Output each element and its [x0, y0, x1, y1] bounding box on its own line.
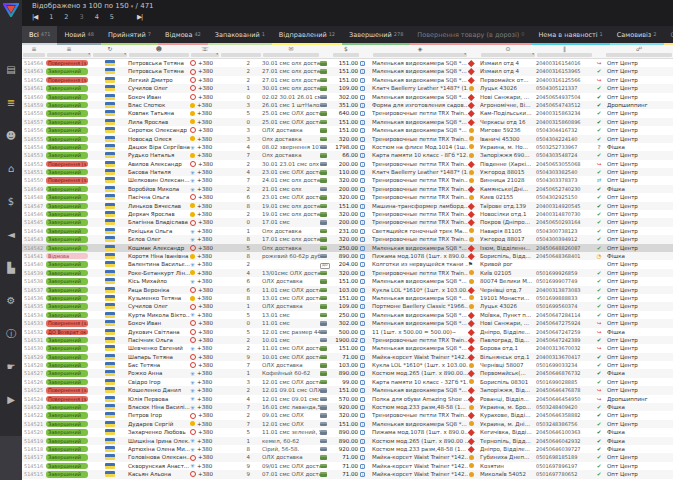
cell-phone[interactable]: +380	[190, 109, 220, 117]
orders-icon[interactable]: ≣	[0, 86, 22, 119]
cell-phone[interactable]: ✳+380	[190, 185, 220, 193]
table-row[interactable]: 514529ЗавершенийШапарь Тетяна+380910.01 …	[22, 353, 673, 361]
status-badge[interactable]: Завершений	[46, 261, 88, 267]
cell-phone[interactable]: +380	[190, 328, 220, 336]
cell-phone[interactable]: +380	[190, 193, 220, 201]
column-filter-input[interactable]	[537, 53, 592, 57]
tab-Відмова[interactable]: Відмова42	[158, 26, 208, 45]
status-badge[interactable]: Завершений	[46, 287, 88, 293]
page-number[interactable]: 4	[95, 13, 99, 21]
cell-phone[interactable]: ✳+380	[190, 445, 220, 453]
cell-phone[interactable]: +380	[190, 151, 220, 159]
cell-phone[interactable]: +380	[190, 470, 220, 478]
payout-icon[interactable]: ☛	[0, 350, 22, 383]
status-badge[interactable]: Завершений	[46, 186, 88, 192]
table-row[interactable]: 514539ЗавершенийРоке-Бетанкурт Лін...+38…	[22, 269, 673, 277]
table-row[interactable]: 514535ЗавершенийСучилов Олег+3801ОЛХ дос…	[22, 302, 673, 310]
table-row[interactable]: 514549ЗавершенийВоробйов Микола✳+380221.…	[22, 185, 673, 193]
cell-phone[interactable]: +380	[190, 59, 220, 67]
status-badge[interactable]: Повернення (з...	[46, 60, 88, 66]
status-badge[interactable]: Завершений	[46, 270, 88, 276]
sidebar-footer[interactable]	[0, 436, 22, 480]
status-badge[interactable]: Завершений	[46, 211, 88, 217]
marketing-icon[interactable]: ◄	[0, 218, 22, 251]
cell-phone[interactable]: +380	[190, 84, 220, 92]
cell-phone[interactable]: +380	[190, 76, 220, 84]
status-badge[interactable]: Завершений	[46, 463, 88, 469]
column-filter-input[interactable]	[129, 53, 189, 57]
cell-phone[interactable]: +380	[190, 202, 220, 210]
table-row[interactable]: 514560ЗавершенийБокоч Иван+380002.02 30.…	[22, 93, 673, 101]
table-row[interactable]: 514561ЗавершенийСучилов Олег+380130.01 с…	[22, 84, 673, 92]
table-row[interactable]: 514557ЗавершенийЛила Ярослав+380025.01 с…	[22, 118, 673, 126]
shown-range[interactable]: Відображено з 100 по 150 ▾ / 471	[32, 2, 154, 10]
app-logo-icon[interactable]	[3, 3, 19, 17]
cell-phone[interactable]: +380	[190, 67, 220, 75]
info-icon[interactable]: ⓘ	[0, 317, 22, 350]
page-number[interactable]: 1	[49, 13, 53, 21]
table-row[interactable]: 514563ЗавершенийПетровська Тетяна+380227…	[22, 67, 673, 75]
status-badge[interactable]: Повернення (з...	[46, 387, 88, 393]
cell-phone[interactable]: ✳+380	[190, 260, 220, 268]
page-number[interactable]: 2	[64, 13, 68, 21]
video-icon[interactable]: ▶	[0, 383, 22, 416]
table-row[interactable]: 514545ЗавершенийБлагінна Владіслава+3800…	[22, 218, 673, 226]
table-row[interactable]: 514543ЗавершенийБєлов Олег✳+380817.01 см…	[22, 235, 673, 243]
cell-phone[interactable]: ✳+380	[190, 369, 220, 377]
table-row[interactable]: 514540ЗавершенийВалентина Васильє...✳+38…	[22, 260, 673, 268]
status-badge[interactable]: Завершений	[46, 345, 88, 351]
status-badge[interactable]: Завершений	[46, 68, 88, 74]
cell-phone[interactable]: ✳+380	[190, 462, 220, 470]
table-row[interactable]: 514518ЗавершенийАртюхіна Олена Ми...✳+38…	[22, 445, 673, 453]
clients-icon[interactable]: ☻	[0, 119, 22, 152]
table-row[interactable]: 514556ЗавершенийСиротюк Олександр+3803ОЛ…	[22, 126, 673, 134]
table-row[interactable]: 514553ЗавершенийРудько Наталья+3807Олх д…	[22, 151, 673, 159]
table-row[interactable]: 514523ЗавершенийВласюк Ніна Василі...✳+3…	[22, 403, 673, 411]
status-badge[interactable]: Повернення (з...	[46, 396, 88, 402]
table-row[interactable]: 514515ЗавершенийКасьян Альона+380907.01 …	[22, 470, 673, 478]
table-row[interactable]: 514538ЗавершенийКісь Михайло✳+3806ОЛХ до…	[22, 277, 673, 285]
status-badge[interactable]: Повернення (з...	[46, 77, 88, 83]
tab-Завершений[interactable]: Завершений278	[342, 26, 410, 45]
cell-phone[interactable]: +380	[190, 210, 220, 218]
cell-phone[interactable]: +380	[190, 93, 220, 101]
cell-phone[interactable]: ✳+380	[190, 378, 220, 386]
tab-Сервіси[interactable]: Сервіси0	[664, 26, 673, 45]
cell-phone[interactable]: +380	[190, 336, 220, 344]
tab-Повернення товару (в дорозі)[interactable]: Повернення товару (в дорозі)0	[410, 26, 531, 45]
status-badge[interactable]: Завершений	[46, 194, 88, 200]
status-badge[interactable]: Завершений	[46, 228, 88, 234]
cell-phone[interactable]: ✳+380	[190, 403, 220, 411]
table-row[interactable]: 514531ЗавершенийПасічник Ольга+380210.01…	[22, 336, 673, 344]
status-badge[interactable]: Завершений	[46, 169, 88, 175]
table-row[interactable]: 514546ЗавершенийДеркач Ярослав+380219.01…	[22, 210, 673, 218]
tab-Всі[interactable]: Всі471	[22, 26, 57, 45]
cell-phone[interactable]: ✳+380	[190, 235, 220, 243]
cell-phone[interactable]: ✳+380	[190, 344, 220, 352]
tab-Відправлений[interactable]: Відправлений12	[272, 26, 342, 45]
status-badge[interactable]: Завершений	[46, 454, 88, 460]
status-badge[interactable]: Завершений	[46, 404, 88, 410]
cell-phone[interactable]: +380	[190, 118, 220, 126]
status-badge[interactable]: Завершений	[46, 337, 88, 343]
table-row[interactable]: 514519ЗавершенийШишкіна Ірина Олек...✳+3…	[22, 437, 673, 445]
status-badge[interactable]: Завершений	[46, 412, 88, 418]
status-badge[interactable]: Завершений	[46, 119, 88, 125]
status-badge[interactable]: Завершений	[46, 219, 88, 225]
status-badge[interactable]: Завершений	[46, 312, 88, 318]
status-badge[interactable]: Повернення (з...	[46, 320, 88, 326]
cell-phone[interactable]: ✳+380	[190, 176, 220, 184]
table-row[interactable]: 514530ЗавершенийШевченко Евгений✳+380211…	[22, 344, 673, 352]
table-row[interactable]: 514517ЗавершенийГоловінова Олексан...+38…	[22, 453, 673, 461]
dashboard-icon[interactable]: ▤	[0, 53, 22, 86]
column-filter-input[interactable]	[263, 53, 319, 57]
table-row[interactable]: 514554ЗавершенийДацюк Віра Сергіївна✳+38…	[22, 143, 673, 151]
cell-phone[interactable]: +380	[190, 319, 220, 327]
cell-phone[interactable]: +380	[190, 135, 220, 143]
table-row[interactable]: 514527ЗавершенийРожко Анна✳+3801Кофейный…	[22, 369, 673, 377]
table-row[interactable]: 514526ЗавершенийСвідро Ігор✳+380312.01 с…	[22, 378, 673, 386]
cell-phone[interactable]: +380	[190, 126, 220, 134]
status-badge[interactable]: Завершений	[46, 303, 88, 309]
status-badge[interactable]: Завершений	[46, 236, 88, 242]
status-badge[interactable]: Завершений	[46, 471, 88, 477]
